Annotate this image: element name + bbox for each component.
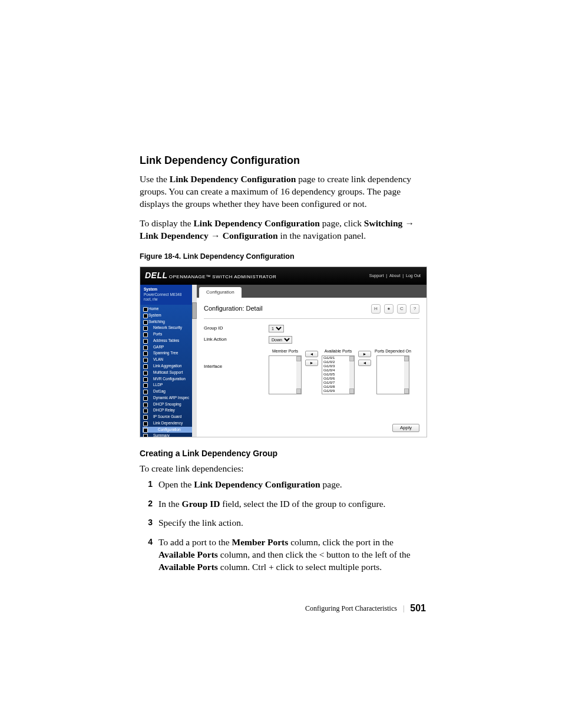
nav-item[interactable]: System [143,312,197,319]
nav-item[interactable]: Link Aggregation [143,363,197,370]
footer-text: Configuring Port Characteristics [305,604,397,613]
nav-user: root, r/w [144,297,193,302]
depended-ports-list[interactable] [376,355,409,394]
section-heading: Link Dependency Configuration [140,153,426,167]
print-icon[interactable]: ● [384,304,394,314]
nav-item[interactable]: Multicast Support [143,370,197,376]
link-about[interactable]: About [389,274,400,278]
step-4: 4 To add a port to the Member Ports colu… [140,536,426,574]
app-titlebar: DELL OPENMANAGE™ SWITCH ADMINISTRATOR Su… [140,267,427,285]
nav-item[interactable]: Spanning Tree [143,350,197,357]
nav-item[interactable]: Dynamic ARP Inspec [143,395,197,401]
nav-item[interactable]: Summary [143,433,197,436]
nav-item[interactable]: GARP [143,344,197,351]
member-ports-list[interactable] [269,355,302,394]
member-ports-label: Member Ports [272,348,298,354]
step-3: 3 Specify the link action. [140,517,426,529]
tab-configuration[interactable]: Configuration [199,287,242,298]
subheading: Creating a Link Dependency Group [140,448,426,459]
nav-item[interactable]: Configuration [143,427,197,433]
move-from-member-button[interactable]: ► [305,360,318,366]
intro-paragraph: Use the Link Dependency Configuration pa… [140,173,426,210]
step-1: 1 Open the Link Dependency Configuration… [140,479,426,491]
lead-text: To create link dependencies: [140,463,426,475]
apply-button[interactable]: Apply [392,424,419,432]
page-number: 501 [410,602,426,615]
move-buttons-left: ◄ ► [305,348,318,394]
save-icon[interactable]: H [371,304,381,314]
nav-item[interactable]: Dot1ag [143,388,197,395]
nav-item[interactable]: IP Source Guard [143,414,197,420]
figure-caption: Figure 18-4. Link Dependency Configurati… [140,252,426,262]
depended-ports-label: Ports Depended On [375,348,411,354]
nav-item[interactable]: DHCP Relay [143,407,197,414]
figure-screenshot: DELL OPENMANAGE™ SWITCH ADMINISTRATOR Su… [140,266,427,437]
suite-name: OPENMANAGE™ SWITCH ADMINISTRATOR [169,274,276,279]
nav-item[interactable]: LLDP [143,382,197,388]
link-action-select[interactable]: Down [269,336,292,344]
nav-item[interactable]: Address Tables [143,338,197,344]
tabbar: Configuration [197,285,427,298]
move-buttons-right: ► ◄ [358,348,371,394]
refresh-icon[interactable]: C [397,304,406,314]
nav-scrollbar[interactable] [192,285,197,437]
group-id-select[interactable]: 1 [269,325,284,332]
top-links: Support | About | Log Out [368,273,422,278]
page-footer: Configuring Port Characteristics | 501 [140,602,426,615]
step-2: 2 In the Group ID field, select the ID o… [140,498,426,510]
group-id-label: Group ID [204,325,269,332]
available-ports-list[interactable]: Gi1/0/1Gi1/0/2Gi1/0/3Gi1/0/4Gi1/0/5Gi1/0… [322,355,355,394]
nav-item[interactable]: Home [143,306,197,312]
interface-label: Interface [204,347,269,370]
help-icon[interactable]: ? [410,304,419,314]
nav-item[interactable]: Switching [143,319,197,325]
link-support[interactable]: Support [369,274,384,278]
nav-item[interactable]: Ports [143,331,197,338]
move-to-member-button[interactable]: ◄ [305,351,318,357]
nav-item[interactable]: MVR Configuration [143,376,197,383]
link-logout[interactable]: Log Out [406,274,421,278]
nav-item[interactable]: DHCP Snooping [143,401,197,408]
nav-tree[interactable]: System PowerConnect M6348 root, r/w Home… [140,285,197,437]
nav-item[interactable]: Link Dependency [143,420,197,427]
move-from-depended-button[interactable]: ◄ [358,360,371,366]
nav-system: System [144,287,193,292]
panel-title: Configuration: Detail [204,304,263,313]
brand-logo: DELL [145,271,168,280]
nav-device: PowerConnect M6348 [144,292,193,298]
available-ports-label: Available Ports [325,348,352,354]
move-to-depended-button[interactable]: ► [358,351,371,357]
link-action-label: Link Action [204,337,269,343]
nav-item[interactable]: Network Security [143,325,197,331]
steps-list: 1 Open the Link Dependency Configuration… [140,479,426,574]
nav-instruction: To display the Link Dependency Configura… [140,218,426,242]
panel-toolbar: H ● C ? [369,304,419,314]
nav-item[interactable]: VLAN [143,357,197,363]
